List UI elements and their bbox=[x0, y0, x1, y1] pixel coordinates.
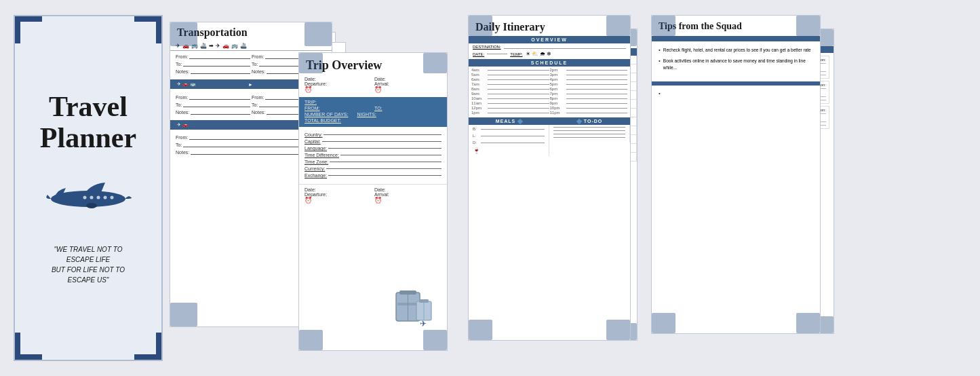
daily-group: Useful Words & Phrases WORD/PHRASE TRANS… bbox=[468, 15, 644, 361]
tips-title: Tips from the Squad bbox=[652, 16, 820, 35]
daily-time-row: 12pm bbox=[471, 106, 549, 110]
daily-schedule-header: SCHEDULE bbox=[469, 59, 630, 67]
to-field: To: bbox=[176, 61, 250, 67]
diamond-icon-2 bbox=[576, 118, 582, 124]
cover-title-line1: Travel bbox=[49, 91, 128, 122]
trip-date-row: Date: Departure: ⏰ Date: Arrival: ⏰ bbox=[299, 75, 447, 94]
notes-field: Notes: bbox=[176, 69, 250, 74]
svg-rect-10 bbox=[397, 303, 418, 305]
daily-time-row: 6pm bbox=[550, 87, 628, 91]
daily-itinerary-card: Daily Itinerary OVERVIEW DESTINATION: DA… bbox=[468, 15, 631, 341]
svg-point-4 bbox=[104, 196, 107, 200]
daily-date-temp: DATE: TEMP: ☀ ⛅ 🌧 ❄ bbox=[469, 50, 630, 58]
daily-time-row: 5pm bbox=[550, 82, 628, 86]
daily-time-row: 11am bbox=[471, 101, 549, 105]
transport-field-left: From: To: Notes: bbox=[176, 54, 250, 74]
trip-bottom-date: Date: Departure: ⏰ Date: Arrival: ⏰ bbox=[299, 184, 447, 205]
luggage-illustration: ✈ bbox=[386, 276, 440, 330]
cover-title: Travel Planner bbox=[40, 91, 136, 153]
svg-rect-12 bbox=[419, 299, 429, 303]
tips-blue-bar bbox=[652, 36, 820, 41]
cover-quote: "WE TRAVEL NOT TO ESCAPE LIFE BUT FOR LI… bbox=[52, 244, 125, 285]
daily-meals-todo: MEALS B: L: D: bbox=[469, 117, 630, 156]
main-container: Travel Planner bbox=[0, 0, 980, 376]
from-field: From: bbox=[176, 54, 250, 59]
todo-header: TO-DO bbox=[549, 117, 630, 125]
daily-time-row: 7pm bbox=[550, 92, 628, 96]
trip-info-grid: Country: Capital: Language: Time Differe… bbox=[299, 130, 447, 181]
todo-col bbox=[549, 125, 630, 143]
svg-rect-8 bbox=[399, 290, 416, 295]
daily-time-row: 10pm bbox=[550, 106, 628, 110]
daily-overview-header: OVERVIEW bbox=[469, 36, 630, 43]
daily-time-row: 9pm bbox=[550, 101, 628, 105]
tips-card: Tips from the Squad •Recheck flight, hot… bbox=[651, 15, 821, 334]
daily-time-row: 4pm bbox=[550, 77, 628, 81]
corner-tl bbox=[15, 16, 42, 43]
cover-plane bbox=[37, 170, 139, 227]
meals-header: MEALS bbox=[469, 117, 549, 125]
tips-weekly-group: Weekly Itinerary WEEKLY ACTIVITIES Day: … bbox=[651, 15, 841, 361]
svg-point-1 bbox=[83, 196, 87, 200]
daily-time-row: 6am bbox=[471, 77, 549, 81]
svg-point-2 bbox=[90, 196, 94, 200]
meals-col: B: L: D: 🍷 bbox=[469, 125, 549, 156]
cover-page: Travel Planner bbox=[14, 15, 163, 361]
daily-time-row: 5am bbox=[471, 73, 549, 77]
trip-overview-card: Trip Overview Date: Departure: ⏰ Date: A… bbox=[298, 52, 448, 351]
daily-dest-row: DESTINATION: bbox=[469, 43, 630, 50]
tips-content: •Recheck flight, hotel, and rental car p… bbox=[652, 43, 820, 79]
svg-point-3 bbox=[97, 196, 100, 200]
diamond-icon bbox=[517, 118, 523, 124]
daily-time-row: 4am bbox=[471, 68, 549, 72]
daily-time-row: 8pm bbox=[550, 96, 628, 100]
tips-blue-bar-2 bbox=[652, 81, 820, 86]
daily-time-row: 7am bbox=[471, 82, 549, 86]
svg-point-5 bbox=[111, 196, 114, 200]
corner-tr bbox=[134, 16, 161, 43]
daily-time-row: 1pm bbox=[471, 111, 549, 115]
svg-point-6 bbox=[86, 203, 97, 208]
corner-bl bbox=[15, 333, 42, 360]
corner-br bbox=[134, 333, 161, 360]
tips-bullet: •Book activities online in advance to sa… bbox=[659, 58, 813, 72]
daily-time-row: 8am bbox=[471, 87, 549, 91]
svg-text:✈: ✈ bbox=[420, 319, 427, 328]
cover-title-line2: Planner bbox=[40, 122, 136, 153]
daily-times-grid: 4am2pm5am3pm6am4pm7am5pm8am6pm9am7pm10am… bbox=[469, 67, 630, 116]
trip-overview-group: Trip Overview Date: Departure: ⏰ Date: A… bbox=[298, 18, 461, 358]
tips-bullet: •Recheck flight, hotel, and rental car p… bbox=[659, 47, 813, 55]
daily-time-row: 10am bbox=[471, 96, 549, 100]
daily-time-row: 3pm bbox=[550, 73, 628, 77]
daily-time-row: 11pm bbox=[550, 111, 628, 115]
daily-time-row: 9am bbox=[471, 92, 549, 96]
tips-bullet-3: • bbox=[652, 88, 820, 99]
trip-blue-section: TRIP: FROM: TO: NUMBER OF DAYS: NIGHTS: … bbox=[299, 97, 447, 127]
daily-time-row: 2pm bbox=[550, 68, 628, 72]
